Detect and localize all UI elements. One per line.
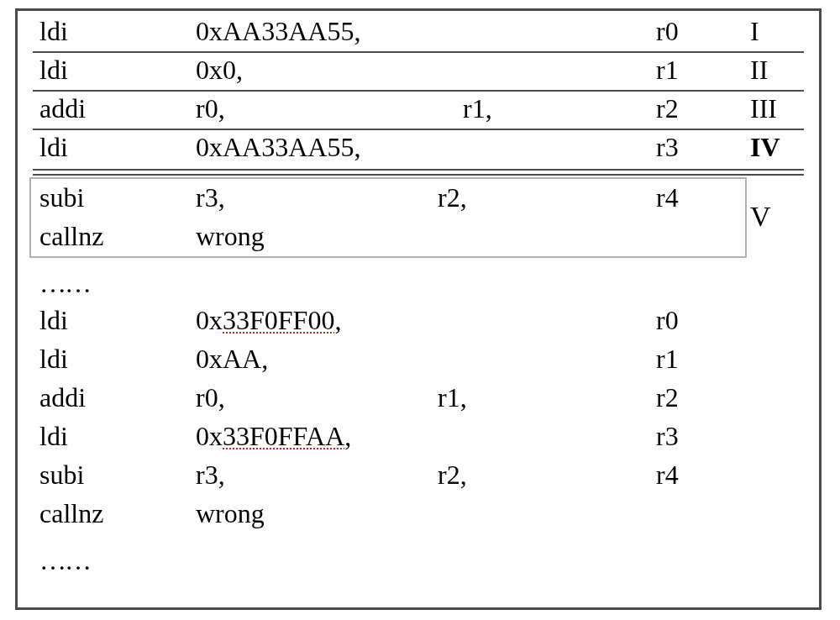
operand-cell: wrong bbox=[196, 500, 265, 527]
table-row: ldi 0x33F0FFAA, r3 bbox=[18, 421, 819, 458]
operand-cell: r1 bbox=[656, 56, 679, 83]
operand-cell: r2, bbox=[438, 461, 467, 488]
opcode-cell: ldi bbox=[39, 345, 68, 372]
operand-cell: r2, bbox=[438, 184, 467, 211]
opcode-cell: ldi bbox=[39, 56, 68, 83]
operand-cell: 0xAA33AA55, bbox=[196, 18, 360, 45]
table-row: callnz wrong bbox=[18, 221, 819, 258]
operand-cell: r3 bbox=[656, 134, 679, 160]
table-row: subi r3, r2, r4 bbox=[18, 182, 819, 219]
ellipsis: …… bbox=[39, 270, 90, 297]
opcode-cell: ldi bbox=[39, 134, 68, 160]
operand-cell: r0, bbox=[196, 384, 225, 411]
operand-cell: r0 bbox=[656, 307, 679, 334]
opcode-cell: callnz bbox=[39, 223, 103, 250]
operand-cell: r1 bbox=[656, 345, 679, 372]
table-row: ldi 0xAA33AA55, r0 I bbox=[18, 16, 819, 53]
table-row: callnz wrong bbox=[18, 498, 819, 535]
operand-cell: r1, bbox=[438, 384, 467, 411]
opcode-cell: addi bbox=[39, 384, 86, 411]
table-row: ldi 0x33F0FF00, r0 bbox=[18, 305, 819, 342]
operand-cell: r2 bbox=[656, 384, 679, 411]
table-row: ldi 0x0, r1 II bbox=[18, 55, 819, 92]
operand-cell: r3, bbox=[196, 184, 225, 211]
operand-cell: 0x0, bbox=[196, 56, 243, 83]
divider bbox=[33, 90, 804, 92]
operand-cell: r3 bbox=[656, 423, 679, 449]
double-divider bbox=[33, 174, 804, 176]
operand-cell: r4 bbox=[656, 184, 679, 211]
opcode-cell: ldi bbox=[39, 307, 68, 334]
opcode-cell: ldi bbox=[39, 18, 68, 45]
operand-cell: 0x33F0FF00, bbox=[196, 307, 341, 334]
operand-cell: 0xAA33AA55, bbox=[196, 134, 360, 160]
operand-cell: r0, bbox=[196, 95, 225, 122]
operand-cell: wrong bbox=[196, 223, 265, 250]
ellipsis-row: …… bbox=[18, 268, 819, 305]
table-row: addi r0, r1, r2 III bbox=[18, 93, 819, 130]
operand-cell: r2 bbox=[656, 95, 679, 122]
operand-cell: r3, bbox=[196, 461, 225, 488]
opcode-cell: subi bbox=[39, 461, 84, 488]
ellipsis: …… bbox=[39, 547, 90, 574]
table-row: ldi 0xAA33AA55, r3 IV bbox=[18, 132, 819, 169]
table-row: subi r3, r2, r4 bbox=[18, 460, 819, 497]
opcode-cell: subi bbox=[39, 184, 84, 211]
roman-label: I bbox=[750, 18, 759, 45]
double-divider bbox=[33, 169, 804, 171]
operand-cell: r1, bbox=[463, 95, 492, 122]
operand-cell: 0xAA, bbox=[196, 345, 268, 372]
roman-label: II bbox=[750, 56, 768, 83]
table-row: addi r0, r1, r2 bbox=[18, 382, 819, 419]
opcode-cell: callnz bbox=[39, 500, 103, 527]
operand-cell: r0 bbox=[656, 18, 679, 45]
opcode-cell: ldi bbox=[39, 423, 68, 449]
divider bbox=[33, 129, 804, 130]
operand-cell: 0x33F0FFAA, bbox=[196, 423, 351, 449]
operand-cell: r4 bbox=[656, 461, 679, 488]
code-listing-box: ldi 0xAA33AA55, r0 I ldi 0x0, r1 II addi… bbox=[15, 8, 822, 610]
table-row: ldi 0xAA, r1 bbox=[18, 344, 819, 381]
ellipsis-row: …… bbox=[18, 545, 819, 582]
opcode-cell: addi bbox=[39, 95, 86, 122]
roman-label: IV bbox=[750, 134, 780, 160]
roman-label: III bbox=[750, 95, 777, 122]
divider bbox=[33, 51, 804, 53]
